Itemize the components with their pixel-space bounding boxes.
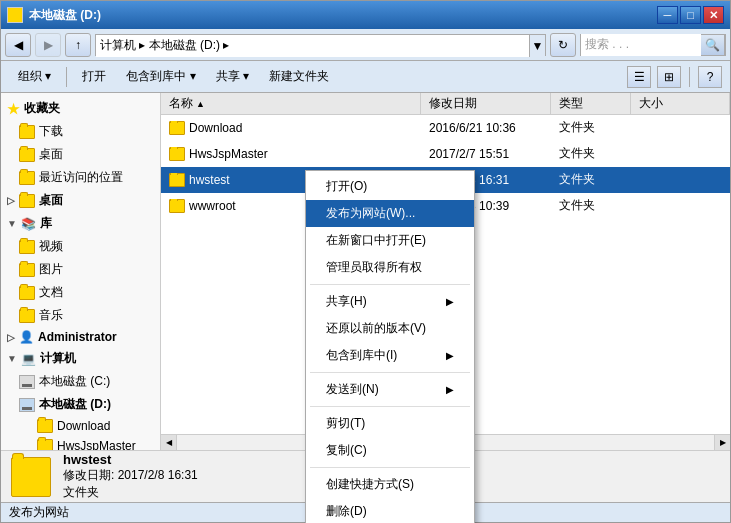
- refresh-button[interactable]: ↻: [550, 33, 576, 57]
- admin-icon: 👤: [19, 330, 34, 344]
- sidebar-item-recent[interactable]: 最近访问的位置: [1, 166, 160, 189]
- search-button[interactable]: 🔍: [701, 34, 725, 56]
- organize-button[interactable]: 组织 ▾: [9, 64, 60, 90]
- context-menu-item[interactable]: 在新窗口中打开(E): [306, 227, 474, 254]
- folder-icon: [19, 148, 35, 162]
- address-input[interactable]: 计算机 ▸ 本地磁盘 (D:) ▸: [96, 35, 529, 57]
- toolbar: 组织 ▾ 打开 包含到库中 ▾ 共享 ▾ 新建文件夹 ☰ ⊞ ?: [1, 61, 730, 93]
- col-header-size[interactable]: 大小: [631, 93, 730, 114]
- ctx-item-label: 管理员取得所有权: [326, 259, 422, 276]
- context-menu-separator: [310, 406, 470, 407]
- new-folder-button[interactable]: 新建文件夹: [260, 64, 338, 90]
- sidebar: ★ 收藏夹 下载 桌面 最近访问的位置 ▷ 桌面: [1, 93, 161, 450]
- col-header-type[interactable]: 类型: [551, 93, 631, 114]
- sub-download-label: Download: [57, 419, 110, 433]
- table-row[interactable]: HwsJspMaster2017/2/7 15:51文件夹: [161, 141, 730, 167]
- context-menu-item[interactable]: 还原以前的版本(V): [306, 315, 474, 342]
- share-button[interactable]: 共享 ▾: [207, 64, 258, 90]
- folder-icon: [169, 147, 185, 161]
- status-info: hwstest 修改日期: 2017/2/8 16:31 文件夹: [63, 452, 198, 501]
- open-button[interactable]: 打开: [73, 64, 115, 90]
- status-name: hwstest: [63, 452, 198, 467]
- sidebar-sub-hwsjspmaster[interactable]: HwsJspMaster: [1, 436, 160, 450]
- desktop-fav-label: 桌面: [39, 146, 63, 163]
- context-menu-item[interactable]: 创建快捷方式(S): [306, 471, 474, 498]
- context-menu-separator: [310, 284, 470, 285]
- minimize-button[interactable]: ─: [657, 6, 678, 24]
- file-type-cell: 文件夹: [555, 171, 635, 188]
- view-button[interactable]: ☰: [627, 66, 651, 88]
- back-button[interactable]: ◀: [5, 33, 31, 57]
- computer-header[interactable]: ▼ 💻 计算机: [1, 347, 160, 370]
- context-menu-item[interactable]: 包含到库中(I)▶: [306, 342, 474, 369]
- file-type-cell: 文件夹: [555, 119, 635, 136]
- forward-button[interactable]: ▶: [35, 33, 61, 57]
- download-label: 下载: [39, 123, 63, 140]
- drive-c-icon: [19, 375, 35, 389]
- recent-label: 最近访问的位置: [39, 169, 123, 186]
- admin-header[interactable]: ▷ 👤 Administrator: [1, 327, 160, 347]
- ctx-item-label: 在新窗口中打开(E): [326, 232, 426, 249]
- context-menu-item[interactable]: 发送到(N)▶: [306, 376, 474, 403]
- col-header-name[interactable]: 名称 ▲: [161, 93, 421, 114]
- sidebar-item-desktop-fav[interactable]: 桌面: [1, 143, 160, 166]
- search-placeholder: 搜索 . . .: [585, 36, 629, 53]
- drive-c-label: 本地磁盘 (C:): [39, 373, 110, 390]
- up-button[interactable]: ↑: [65, 33, 91, 57]
- file-name-cell: HwsJspMaster: [165, 147, 425, 161]
- desktop-section-header[interactable]: ▷ 桌面: [1, 189, 160, 212]
- ctx-item-label: 发布为网站(W)...: [326, 205, 415, 222]
- include-button[interactable]: 包含到库中 ▾: [117, 64, 204, 90]
- library-label: 库: [40, 215, 52, 232]
- ctx-item-label: 创建快捷方式(S): [326, 476, 414, 493]
- context-menu-separator: [310, 467, 470, 468]
- window-icon: [7, 7, 23, 23]
- folder-icon: [37, 419, 53, 433]
- context-menu-item[interactable]: 发布为网站(W)...: [306, 200, 474, 227]
- status-details: 修改日期: 2017/2/8 16:31: [63, 467, 198, 484]
- sidebar-item-picture[interactable]: 图片: [1, 258, 160, 281]
- col-header-date[interactable]: 修改日期: [421, 93, 551, 114]
- folder-icon: [19, 263, 35, 277]
- favorites-header[interactable]: ★ 收藏夹: [1, 97, 160, 120]
- music-label: 音乐: [39, 307, 63, 324]
- context-menu-item[interactable]: 复制(C): [306, 437, 474, 464]
- col-name-label: 名称: [169, 95, 193, 112]
- library-header[interactable]: ▼ 📚 库: [1, 212, 160, 235]
- file-type-cell: 文件夹: [555, 145, 635, 162]
- sidebar-item-document[interactable]: 文档: [1, 281, 160, 304]
- sidebar-item-video[interactable]: 视频: [1, 235, 160, 258]
- ctx-item-label: 包含到库中(I): [326, 347, 397, 364]
- context-menu-item[interactable]: 共享(H)▶: [306, 288, 474, 315]
- hscroll-right-button[interactable]: ▶: [714, 435, 730, 451]
- view-detail-button[interactable]: ⊞: [657, 66, 681, 88]
- status-folder-icon: [11, 457, 51, 497]
- table-row[interactable]: Download2016/6/21 10:36文件夹: [161, 115, 730, 141]
- search-input[interactable]: 搜索 . . .: [581, 34, 701, 56]
- hscroll-left-button[interactable]: ◀: [161, 435, 177, 451]
- address-dropdown-arrow[interactable]: ▼: [529, 35, 545, 57]
- sidebar-item-music[interactable]: 音乐: [1, 304, 160, 327]
- context-menu-item[interactable]: 剪切(T): [306, 410, 474, 437]
- address-path: 计算机 ▸ 本地磁盘 (D:) ▸: [100, 37, 229, 54]
- context-menu-item[interactable]: 管理员取得所有权: [306, 254, 474, 281]
- help-button[interactable]: ?: [698, 66, 722, 88]
- context-menu-item[interactable]: 打开(O): [306, 173, 474, 200]
- sidebar-sub-download[interactable]: Download: [1, 416, 160, 436]
- sidebar-item-download[interactable]: 下载: [1, 120, 160, 143]
- window-title: 本地磁盘 (D:): [29, 7, 657, 24]
- sidebar-item-drive-d[interactable]: 本地磁盘 (D:): [1, 393, 160, 416]
- context-menu-item[interactable]: 删除(D): [306, 498, 474, 523]
- sidebar-item-drive-c[interactable]: 本地磁盘 (C:): [1, 370, 160, 393]
- expand-arrow: ▼: [7, 218, 17, 229]
- folder-icon: [169, 173, 185, 187]
- col-type-label: 类型: [559, 95, 583, 112]
- close-button[interactable]: ✕: [703, 6, 724, 24]
- document-label: 文档: [39, 284, 63, 301]
- maximize-button[interactable]: □: [680, 6, 701, 24]
- ctx-item-label: 还原以前的版本(V): [326, 320, 426, 337]
- drive-d-label: 本地磁盘 (D:): [39, 396, 111, 413]
- file-name: HwsJspMaster: [189, 147, 268, 161]
- toolbar-right: ☰ ⊞ ?: [627, 66, 722, 88]
- folder-icon: [19, 240, 35, 254]
